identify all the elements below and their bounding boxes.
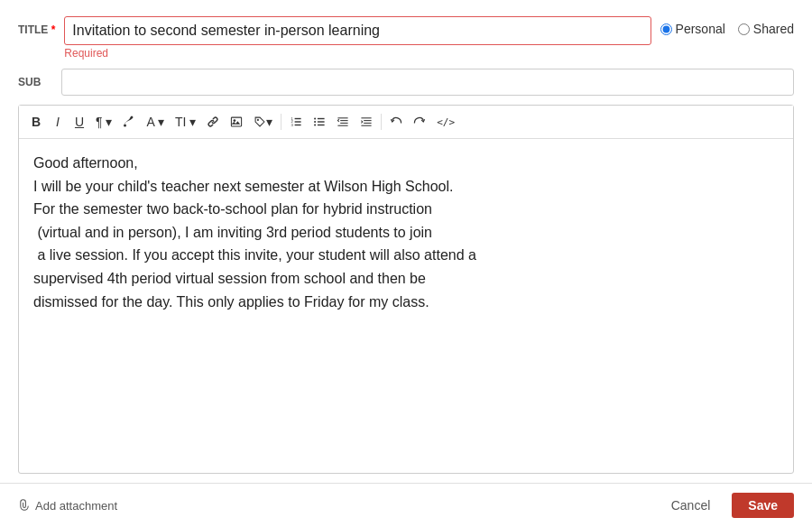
ordered-list-icon: 1 2 3	[290, 116, 302, 128]
text-style-button[interactable]: TI ▾	[171, 111, 200, 133]
attach-label: Add attachment	[35, 499, 117, 513]
indent-decrease-icon	[337, 116, 349, 128]
title-label-text: TITLE	[18, 23, 48, 36]
tag-button[interactable]: ▾	[249, 111, 277, 133]
footer-buttons: Cancel Save	[659, 493, 794, 518]
font-color-button[interactable]: A ▾	[142, 111, 168, 133]
cancel-button[interactable]: Cancel	[659, 493, 724, 518]
radio-group: Personal Shared	[660, 16, 794, 36]
sub-label: SUB	[18, 76, 52, 88]
indent-decrease-button[interactable]	[332, 111, 354, 133]
sub-input[interactable]	[61, 69, 794, 96]
title-input[interactable]	[64, 16, 651, 45]
svg-point-0	[124, 125, 126, 127]
editor-text: Good afternoon, I will be your child's t…	[33, 152, 779, 313]
title-label: TITLE *	[18, 16, 55, 36]
svg-point-3	[257, 119, 259, 121]
redo-button[interactable]	[409, 111, 430, 133]
toolbar-divider-2	[381, 114, 382, 130]
link-icon	[207, 116, 219, 128]
indent-increase-button[interactable]	[355, 111, 377, 133]
image-icon	[230, 116, 243, 128]
unordered-list-icon	[313, 116, 326, 128]
svg-point-11	[314, 121, 316, 123]
ordered-list-button[interactable]: 1 2 3	[285, 111, 307, 133]
add-attachment-link[interactable]: Add attachment	[18, 499, 117, 513]
radio-personal-input[interactable]	[660, 23, 672, 35]
underline-button[interactable]: U	[69, 111, 89, 133]
svg-point-12	[314, 124, 316, 125]
tag-icon	[254, 116, 266, 128]
save-button[interactable]: Save	[732, 493, 794, 518]
footer: Add attachment Cancel Save	[0, 483, 812, 527]
toolbar-divider-1	[281, 114, 281, 130]
image-button[interactable]	[226, 111, 247, 133]
bold-button[interactable]: B	[26, 111, 46, 133]
radio-personal-label: Personal	[676, 22, 725, 36]
svg-rect-1	[232, 117, 242, 126]
editor-container: B I U ¶ ▾ A ▾ TI ▾	[18, 105, 794, 474]
radio-shared-input[interactable]	[738, 23, 750, 35]
paint-icon	[123, 116, 135, 128]
main-content: TITLE * Required Personal Shared SUB B I…	[0, 0, 812, 483]
undo-button[interactable]	[385, 111, 407, 133]
paragraph-button[interactable]: ¶ ▾	[91, 111, 116, 133]
title-input-wrapper: Required	[64, 16, 651, 60]
html-button[interactable]: </>	[432, 111, 459, 133]
editor-body[interactable]: Good afternoon, I will be your child's t…	[19, 139, 793, 473]
italic-button[interactable]: I	[48, 111, 68, 133]
title-required-star: *	[48, 23, 55, 36]
link-button[interactable]	[202, 111, 224, 133]
redo-icon	[413, 116, 426, 128]
sub-row: SUB	[18, 69, 794, 96]
svg-point-10	[314, 117, 316, 119]
title-row: TITLE * Required Personal Shared	[18, 16, 794, 60]
required-text: Required	[64, 47, 651, 60]
toolbar: B I U ¶ ▾ A ▾ TI ▾	[19, 106, 793, 139]
indent-increase-icon	[360, 116, 373, 128]
radio-shared-label: Shared	[753, 22, 794, 36]
undo-icon	[390, 116, 402, 128]
svg-text:3: 3	[291, 123, 294, 127]
radio-shared[interactable]: Shared	[738, 22, 794, 36]
attachment-icon	[18, 499, 31, 512]
unordered-list-button[interactable]	[309, 111, 330, 133]
radio-personal[interactable]: Personal	[660, 22, 725, 36]
svg-point-2	[234, 119, 236, 122]
paint-button[interactable]	[118, 111, 140, 133]
